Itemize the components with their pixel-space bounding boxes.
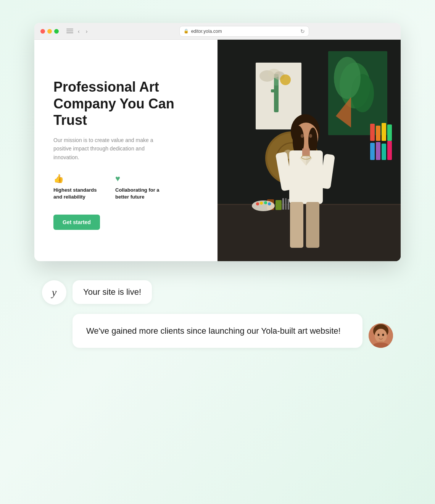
svg-point-34 — [301, 134, 304, 138]
thumbs-up-icon: 👍 — [53, 174, 103, 184]
svg-rect-44 — [387, 141, 392, 160]
svg-point-16 — [280, 74, 291, 85]
svg-rect-38 — [376, 126, 380, 141]
svg-rect-11 — [271, 89, 279, 92]
svg-rect-47 — [282, 198, 284, 210]
user-avatar — [369, 323, 393, 348]
svg-rect-31 — [290, 202, 303, 248]
browser-toolbar: ‹ › 🔒 editor.yola.com ↻ — [34, 23, 401, 40]
get-started-button[interactable]: Get started — [53, 215, 100, 230]
minimize-button-dot[interactable] — [47, 29, 52, 34]
svg-point-57 — [375, 329, 387, 342]
lock-icon: 🔒 — [184, 29, 189, 34]
website-content: Professional Art Company You Can Trust O… — [34, 40, 401, 261]
svg-rect-46 — [276, 200, 282, 210]
svg-point-50 — [252, 200, 275, 211]
svg-point-54 — [268, 202, 271, 205]
photo-scene: Unsplash+ Unsplash+ Unsplash+ Unsplash+ … — [218, 40, 401, 261]
svg-rect-39 — [382, 123, 386, 141]
back-arrow[interactable]: ‹ — [76, 27, 81, 35]
maximize-button-dot[interactable] — [54, 29, 59, 34]
url-text: editor.yola.com — [191, 29, 222, 34]
features-row: 👍 Highest standards and reliability ♥ Co… — [53, 174, 198, 200]
chat-row-site-live: y Your site is live! — [42, 280, 393, 305]
svg-rect-10 — [274, 82, 279, 112]
website-right-panel: Unsplash+ Unsplash+ Unsplash+ Unsplash+ … — [218, 40, 401, 261]
svg-point-7 — [334, 57, 361, 99]
svg-rect-43 — [382, 144, 386, 160]
svg-point-51 — [256, 202, 259, 205]
browser-window: ‹ › 🔒 editor.yola.com ↻ Professional Art… — [34, 23, 401, 261]
chat-row-testimonial: We've gained more clients since launchin… — [42, 314, 393, 348]
svg-rect-42 — [376, 142, 380, 160]
sidebar-toggle-icon[interactable] — [66, 29, 73, 34]
feature1-label: Highest standards and reliability — [53, 187, 103, 200]
chat-section: y Your site is live! We've gained more c… — [34, 280, 401, 348]
svg-point-53 — [264, 201, 267, 204]
feature-item-2: ♥ Collaborating for a better future — [115, 174, 165, 200]
svg-rect-49 — [288, 199, 289, 210]
hero-title: Professional Art Company You Can Trust — [53, 79, 198, 128]
reload-button[interactable]: ↻ — [300, 28, 305, 34]
svg-rect-40 — [387, 124, 392, 141]
svg-rect-41 — [370, 143, 375, 160]
svg-point-60 — [378, 334, 380, 336]
feature2-label: Collaborating for a better future — [115, 187, 165, 200]
svg-rect-33 — [302, 149, 310, 156]
hero-subtitle: Our mission is to create value and make … — [53, 136, 160, 162]
website-left-panel: Professional Art Company You Can Trust O… — [34, 40, 218, 261]
testimonial-text: We've gained more clients since launchin… — [86, 326, 341, 336]
traffic-lights — [40, 29, 59, 34]
svg-point-61 — [382, 334, 384, 336]
forward-arrow[interactable]: › — [84, 27, 89, 35]
feature-item-1: 👍 Highest standards and reliability — [53, 174, 103, 200]
svg-rect-37 — [370, 124, 375, 141]
svg-rect-48 — [285, 198, 287, 210]
site-live-bubble: Your site is live! — [72, 280, 152, 304]
close-button-dot[interactable] — [40, 29, 45, 34]
art-scene-svg — [218, 40, 401, 261]
user-avatar-svg — [369, 323, 393, 348]
browser-controls: ‹ › — [66, 27, 89, 35]
yola-letter: y — [52, 286, 56, 299]
heart-icon: ♥ — [115, 174, 165, 184]
address-bar-container: 🔒 editor.yola.com ↻ — [93, 26, 395, 37]
address-bar[interactable]: 🔒 editor.yola.com ↻ — [179, 26, 309, 37]
testimonial-bubble: We've gained more clients since launchin… — [72, 314, 362, 348]
yola-logo-avatar: y — [42, 280, 66, 305]
svg-rect-32 — [306, 202, 319, 248]
svg-point-35 — [309, 134, 312, 138]
site-live-text: Your site is live! — [83, 287, 141, 297]
svg-point-52 — [260, 202, 263, 205]
